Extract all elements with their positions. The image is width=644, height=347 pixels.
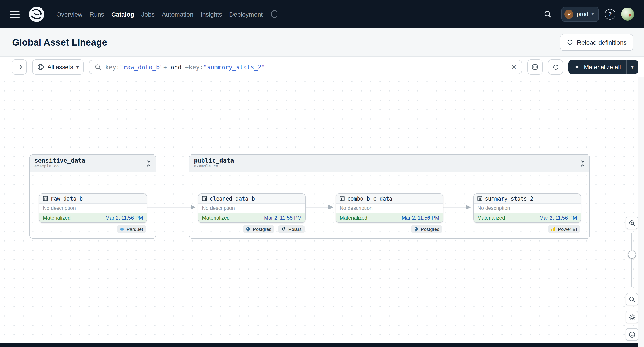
table-icon <box>340 196 344 201</box>
hamburger-menu-icon[interactable] <box>10 10 20 18</box>
nav-item-overview[interactable]: Overview <box>56 10 82 18</box>
help-button[interactable]: ? <box>605 9 616 19</box>
question-icon: ? <box>608 11 612 17</box>
chevron-down-icon: ▾ <box>631 64 634 69</box>
dagster-logo <box>28 5 46 23</box>
lineage-canvas[interactable]: sensitive_data example_co public_data ex… <box>0 77 644 347</box>
materialization-timestamp-link[interactable]: Mar 2, 11:56 PM <box>264 215 302 220</box>
deployment-avatar: P <box>565 9 574 18</box>
search-button[interactable] <box>540 6 556 22</box>
nav-links: Overview Runs Catalog Jobs Automation In… <box>56 10 278 18</box>
materialization-timestamp-link[interactable]: Mar 2, 11:56 PM <box>402 215 439 220</box>
asset-scope-label: All assets <box>47 64 73 70</box>
powerbi-icon <box>551 227 556 231</box>
panel-toggle-button[interactable] <box>12 59 27 75</box>
group-title: sensitive_data <box>34 157 151 164</box>
nav-item-automation[interactable]: Automation <box>162 10 194 18</box>
materialization-timestamp-link[interactable]: Mar 2, 11:56 PM <box>106 215 143 220</box>
asset-description: No description <box>336 204 443 213</box>
asset-node-header: summary_stats_2 <box>474 194 580 204</box>
tag-label: Parquet <box>126 226 143 232</box>
asset-description: No description <box>198 204 305 213</box>
nav-item-catalog[interactable]: Catalog <box>111 10 134 18</box>
nav-item-insights[interactable]: Insights <box>201 10 222 18</box>
tag-label: Postgres <box>421 226 439 232</box>
materialization-timestamp-link[interactable]: Mar 2, 11:56 PM <box>540 215 577 220</box>
smiley-icon <box>628 331 635 338</box>
nav-item-deployment[interactable]: Deployment <box>229 10 262 18</box>
group-subtitle: example_co <box>34 164 151 169</box>
polars-icon <box>281 227 286 231</box>
table-icon <box>477 196 482 201</box>
zoom-out-icon <box>628 296 635 303</box>
tag-postgres[interactable]: Postgres <box>410 225 442 233</box>
status-badge: Materialized <box>43 215 70 220</box>
asset-node-header: combo_b_c_data <box>336 194 443 204</box>
reload-definitions-button[interactable]: Reload definitions <box>560 34 633 51</box>
refresh-icon <box>552 64 559 70</box>
search-query: key:"raw_data_b"+ and +key:"summary_stat… <box>105 63 265 70</box>
collapse-icon <box>580 160 585 167</box>
zoom-in-icon <box>628 220 635 226</box>
asset-tags-combo-b-c-data: Postgres <box>336 225 442 233</box>
tag-power-bi[interactable]: Power BI <box>548 225 580 233</box>
dagster-app: Overview Runs Catalog Jobs Automation In… <box>0 0 644 347</box>
feedback-button[interactable] <box>626 328 638 341</box>
gear-icon <box>628 314 635 321</box>
page-title: Global Asset Lineage <box>12 37 107 47</box>
lineage-search-input[interactable]: key:"raw_data_b"+ and +key:"summary_stat… <box>89 60 522 74</box>
status-badge: Materialized <box>477 215 505 220</box>
asset-tags-cleaned-data-b: Postgres Polars <box>198 225 305 233</box>
user-avatar[interactable] <box>621 7 634 20</box>
parquet-icon <box>120 227 124 231</box>
graph-view-globe-button[interactable] <box>528 59 543 75</box>
tag-postgres[interactable]: Postgres <box>243 225 275 233</box>
materialize-all-button[interactable]: Materialize all <box>569 60 626 74</box>
graph-settings-button[interactable] <box>626 311 638 323</box>
nav-right: P prod ▾ ? <box>540 6 634 22</box>
table-icon <box>202 196 207 201</box>
asset-node-header: raw_data_b <box>39 194 146 204</box>
nav-item-runs[interactable]: Runs <box>90 10 104 18</box>
tag-polars[interactable]: Polars <box>278 225 305 233</box>
asset-node-combo-b-c-data[interactable]: combo_b_c_data No description Materializ… <box>336 193 443 223</box>
asset-node-raw-data-b[interactable]: raw_data_b No description Materialized M… <box>39 193 147 223</box>
asset-status-row: Materialized Mar 2, 11:56 PM <box>39 213 146 222</box>
materialize-options-button[interactable]: ▾ <box>626 60 638 74</box>
zoom-in-button[interactable] <box>626 217 638 229</box>
zoom-slider-knob[interactable] <box>628 251 636 259</box>
asset-name: summary_stats_2 <box>485 195 534 202</box>
deployment-switcher[interactable]: P prod ▾ <box>562 6 599 22</box>
group-title: public_data <box>194 157 585 164</box>
refresh-button[interactable] <box>548 59 563 75</box>
asset-tags-summary-stats-2: Power BI <box>473 225 580 233</box>
postgres-icon <box>246 227 251 232</box>
tag-label: Power BI <box>558 226 577 232</box>
collapse-group-button[interactable] <box>580 160 586 167</box>
asset-status-row: Materialized Mar 2, 11:56 PM <box>336 213 443 222</box>
zoom-slider[interactable] <box>630 233 632 287</box>
status-badge: Materialized <box>340 215 367 220</box>
zoom-out-button[interactable] <box>626 293 638 306</box>
asset-name: cleaned_data_b <box>210 195 255 202</box>
tag-label: Polars <box>288 226 302 232</box>
lineage-toolbar: All assets ▾ key:"raw_data_b"+ and +key:… <box>0 57 644 77</box>
loading-spinner <box>271 10 278 18</box>
table-icon <box>43 196 48 201</box>
asset-description: No description <box>474 204 580 213</box>
vertical-scrollbar[interactable] <box>638 77 644 347</box>
asset-node-cleaned-data-b[interactable]: cleaned_data_b No description Materializ… <box>198 193 306 223</box>
nav-item-jobs[interactable]: Jobs <box>142 10 155 18</box>
asset-name: combo_b_c_data <box>347 195 392 202</box>
asset-scope-dropdown[interactable]: All assets ▾ <box>32 59 84 75</box>
status-badge: Materialized <box>202 215 230 220</box>
asset-node-summary-stats-2[interactable]: summary_stats_2 No description Materiali… <box>473 193 581 223</box>
clear-search-icon[interactable]: ✕ <box>511 64 516 70</box>
tag-parquet[interactable]: Parquet <box>117 225 146 233</box>
group-header: public_data example_co <box>190 155 590 172</box>
search-icon <box>95 64 102 70</box>
collapse-group-button[interactable] <box>146 160 152 167</box>
asset-name: raw_data_b <box>50 195 83 202</box>
globe-icon <box>37 63 44 70</box>
sparkle-icon <box>574 64 580 70</box>
